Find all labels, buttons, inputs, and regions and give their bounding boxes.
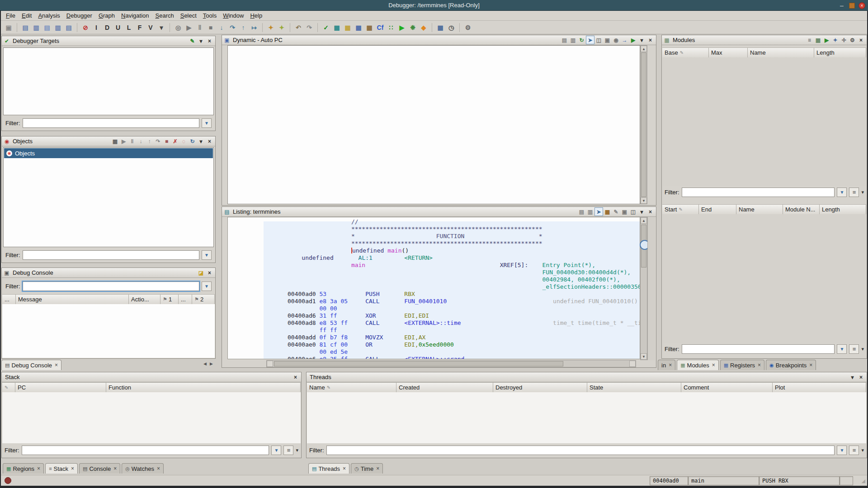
stack-filter-input[interactable]: [22, 446, 269, 455]
threads-header[interactable]: Threads ▾×: [307, 372, 867, 382]
memory-map-icon[interactable]: ▤: [64, 23, 74, 33]
camera-icon[interactable]: ◉: [612, 36, 620, 44]
sections-col-name[interactable]: Name: [736, 205, 783, 214]
import-icon[interactable]: ✚: [840, 36, 848, 44]
sections-col-length[interactable]: Length: [820, 205, 866, 214]
listing-line[interactable]: undefined main(): [288, 247, 640, 254]
scroll-left-icon[interactable]: [267, 361, 273, 367]
scroll-up-icon[interactable]: ▲: [641, 46, 647, 52]
threads-filter-input[interactable]: [326, 446, 835, 455]
menu-window[interactable]: Window: [220, 11, 247, 20]
modules-col-base[interactable]: Base ✎: [662, 48, 709, 57]
listing-line[interactable]: 00402984, 00402f00(*),: [288, 276, 640, 283]
sections-col-module[interactable]: Module N...: [783, 205, 820, 214]
scrollbar-thumb[interactable]: [641, 52, 646, 197]
bookmark-icon[interactable]: ▥: [53, 23, 63, 33]
close-icon[interactable]: ×: [646, 207, 655, 216]
connect-icon[interactable]: ✎: [188, 37, 197, 45]
clear-code-icon[interactable]: ⊘: [80, 23, 90, 33]
data-icon[interactable]: D: [102, 23, 112, 33]
listing-line[interactable]: 00400ad8 e8 53 ff CALL <EXTERNAL>::time …: [288, 319, 640, 327]
console-col-flag1[interactable]: ⚑ 1: [160, 295, 179, 304]
listing-line[interactable]: 00400ad1 e8 3a 05 CALL FUN_00401010 unde…: [288, 298, 640, 305]
tab-registers[interactable]: ▦Registers×: [720, 360, 764, 370]
listing-line[interactable]: //: [288, 218, 640, 225]
layout-icon[interactable]: ◫: [629, 207, 637, 216]
tab-close-icon[interactable]: ×: [343, 465, 346, 472]
modules-col-name[interactable]: Name: [748, 48, 814, 57]
filter-menu-icon[interactable]: ▾: [861, 447, 864, 453]
close-button[interactable]: ×: [859, 2, 865, 9]
snapshot-icon[interactable]: ▤: [42, 23, 52, 33]
stack-table-header[interactable]: ✎ PC Function: [2, 382, 301, 393]
target-icon[interactable]: ◎: [173, 23, 183, 33]
instruction-icon[interactable]: I: [91, 23, 101, 33]
menu-select[interactable]: Select: [177, 11, 200, 20]
dynamic-header[interactable]: ▣ Dynamic - Auto PC ▤▥↻➤◫▣◉→▶▾×: [222, 35, 656, 45]
minimize-button[interactable]: –: [838, 2, 845, 9]
close-icon[interactable]: ×: [205, 268, 214, 277]
listing-line[interactable]: 00400add 0f b7 f8 MOVZX EDI,AX: [288, 334, 640, 341]
listing-line[interactable]: 00400ae0 81 cf 00 OR EDI,0x5eed0000: [288, 341, 640, 348]
tab-close-icon[interactable]: ×: [809, 362, 812, 368]
threads-col-destroyed[interactable]: Destroyed: [493, 383, 587, 392]
listing-line[interactable]: * FUNCTION *: [288, 233, 640, 240]
resume-icon[interactable]: ▶: [119, 137, 128, 145]
listing-vscrollbar[interactable]: ▲ ▼: [640, 217, 647, 360]
listing-line[interactable]: ****************************************…: [288, 240, 640, 247]
close-icon[interactable]: ×: [857, 373, 865, 381]
filter-options-icon[interactable]: ▼: [837, 446, 847, 455]
clear-console-icon[interactable]: ◪: [197, 268, 205, 277]
sections-filter-input[interactable]: [682, 344, 835, 354]
map-table-icon[interactable]: ▦: [814, 36, 822, 44]
dynamic-vscrollbar[interactable]: ▲ ▼: [640, 45, 647, 204]
objects-tree-item-selected[interactable]: ◉ Objects: [4, 148, 213, 158]
column-settings-icon[interactable]: ≡: [849, 446, 859, 455]
listing-code[interactable]: // *************************************…: [288, 218, 640, 359]
close-icon[interactable]: ×: [857, 36, 865, 44]
threads-col-state[interactable]: State: [587, 383, 681, 392]
threads-table-body[interactable]: [307, 392, 866, 443]
filter-menu-icon[interactable]: ▾: [296, 447, 298, 453]
console-table-header[interactable]: ... Message Actio... ⚑ 1 ... ⚑ 2: [2, 294, 215, 305]
objects-header[interactable]: ◉ Objects ▦▶‖↓↑↷■✗◌↻▾×: [2, 136, 215, 146]
listing-hscrollbar[interactable]: [266, 360, 636, 367]
table-chooser-icon[interactable]: ▦: [435, 23, 445, 33]
column-settings-icon[interactable]: ≡: [849, 188, 859, 197]
threads-table-header[interactable]: Name ✎ Created Destroyed State Comment P…: [307, 382, 866, 393]
time-icon[interactable]: ◷: [446, 23, 456, 33]
threads-col-plot[interactable]: Plot: [773, 383, 866, 392]
listing-line[interactable]: undefined AL:1 <RETURN>: [288, 254, 640, 262]
console-col-message[interactable]: Message: [16, 295, 129, 304]
settings-icon[interactable]: ⚙: [463, 23, 473, 33]
refresh-icon[interactable]: ↻: [188, 137, 197, 145]
threads-col-name[interactable]: Name ✎: [307, 383, 396, 392]
goto-pc-icon[interactable]: →: [620, 36, 629, 44]
console-table-body[interactable]: [2, 304, 215, 358]
map-identically-icon[interactable]: ▶: [822, 36, 831, 44]
copy-icon[interactable]: ▤: [577, 207, 586, 216]
sections-table-body[interactable]: [662, 214, 866, 343]
console-col-actions[interactable]: Actio...: [129, 295, 160, 304]
save-icon[interactable]: ▣: [4, 23, 14, 33]
menu-graph[interactable]: Graph: [95, 11, 118, 20]
stack-table-body[interactable]: [2, 392, 301, 443]
tab-close-icon[interactable]: ×: [376, 465, 379, 472]
threads-col-comment[interactable]: Comment: [681, 383, 773, 392]
filter-options-icon[interactable]: ▼: [837, 344, 847, 354]
undo-icon[interactable]: ↶: [293, 23, 303, 33]
interrupt-icon[interactable]: ‖: [128, 137, 137, 145]
tab-threads[interactable]: ▤Threads×: [308, 463, 349, 474]
targets-filter-input[interactable]: [23, 118, 200, 128]
camera-icon[interactable]: ▣: [620, 207, 629, 216]
sections-col-start[interactable]: Start ✎: [662, 205, 699, 214]
menu-debugger[interactable]: Debugger: [63, 11, 95, 20]
listing-line[interactable]: 00 00: [288, 305, 640, 312]
tab-close-icon[interactable]: ×: [758, 362, 761, 368]
debug-console-header[interactable]: ▣ Debug Console ◪×: [2, 268, 215, 278]
register-view-icon[interactable]: ▦: [354, 23, 363, 33]
validate-icon[interactable]: ✓: [321, 23, 331, 33]
tab-close-icon[interactable]: ×: [669, 362, 672, 368]
edit-icon[interactable]: ✎: [612, 207, 620, 216]
menu-icon[interactable]: ▾: [848, 373, 857, 381]
